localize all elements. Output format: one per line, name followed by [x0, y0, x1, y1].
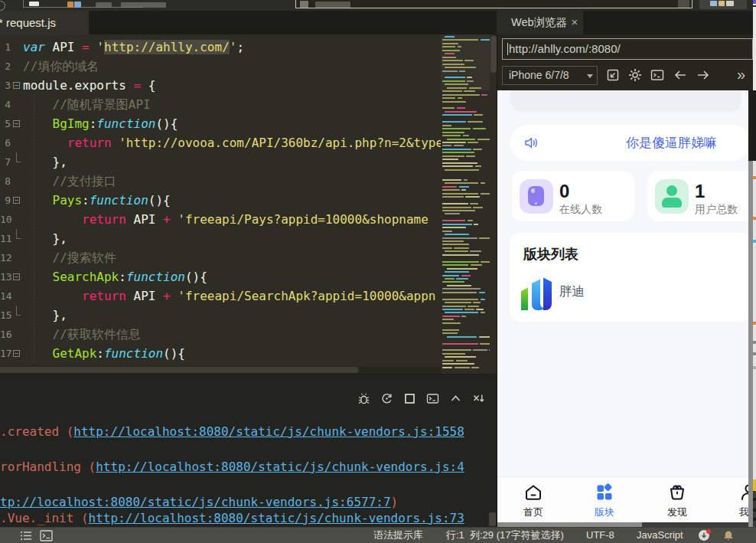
cursor-col-status[interactable]: 列:29 (17字符被选择): [470, 528, 564, 543]
button-text-fragment: [710, 1, 717, 6]
stop-icon[interactable]: [403, 392, 416, 405]
fold-end-marker: [16, 229, 21, 239]
minimap-line: [481, 182, 485, 184]
code-line-7[interactable]: 7 },: [0, 152, 441, 172]
console-link[interactable]: http://localhost:8080/static/js/chunk-ve…: [96, 460, 464, 474]
minimap-line: [473, 128, 486, 129]
minimap-line: [442, 203, 468, 204]
code-editor[interactable]: 1var API = 'http://ahlly.com/';2//填你的域名3…: [0, 34, 497, 374]
toolbar-text-fragment: [74, 2, 81, 8]
code-line-15[interactable]: 15 },: [0, 306, 441, 325]
code-line-17[interactable]: 17 GetApk:function(){: [0, 344, 441, 363]
fold-icon[interactable]: [13, 350, 20, 357]
minimap-line: [481, 261, 490, 263]
clear-scroll-icon[interactable]: [472, 392, 485, 405]
preview-button[interactable]: [699, 0, 747, 9]
debug-icon[interactable]: [357, 392, 370, 405]
line-number: 1: [0, 38, 11, 57]
open-new-window-icon[interactable]: [606, 68, 620, 82]
close-icon[interactable]: ×: [565, 11, 585, 34]
minimap-line: [481, 94, 487, 96]
tab-browser-label: Web浏览器: [511, 16, 567, 28]
code-text: module.exports = {: [23, 76, 155, 95]
minimap-line: [447, 139, 475, 140]
minimap-line: [442, 145, 451, 146]
collapse-icon[interactable]: [449, 392, 462, 405]
code-area[interactable]: 1var API = 'http://ahlly.com/';2//填你的域名3…: [0, 34, 441, 374]
phone-tab-1[interactable]: 首页: [507, 477, 560, 522]
code-line-4[interactable]: 4 //随机背景图API: [0, 95, 441, 114]
code-line-6[interactable]: 6 return 'http://ovooa.com/API/360bz/api…: [0, 133, 441, 152]
minimap-line: [479, 336, 490, 338]
language-status[interactable]: JavaScript: [637, 528, 683, 543]
syntax-lib-status[interactable]: 语法提示库: [373, 528, 423, 543]
fold-icon[interactable]: [13, 197, 20, 204]
minimap-line: [445, 234, 469, 235]
minimap-line: [467, 80, 473, 82]
minimap-line: [471, 264, 482, 266]
console-panel-icon[interactable]: [426, 392, 439, 405]
phone-tab-2[interactable]: 版块: [578, 477, 631, 522]
minimap[interactable]: [441, 34, 490, 374]
minimap-line: [442, 240, 464, 242]
back-icon[interactable]: [0, 1, 5, 11]
minimap-line: [447, 336, 477, 338]
terminal-icon[interactable]: [40, 530, 53, 541]
console-scrollbar[interactable]: [489, 512, 496, 526]
code-line-3[interactable]: 3module.exports = {: [0, 76, 441, 95]
fold-icon[interactable]: [13, 120, 20, 127]
code-line-5[interactable]: 5 BgImg:function(){: [0, 114, 441, 133]
cursor-line-status[interactable]: 行:1: [446, 528, 464, 543]
console-icon[interactable]: [650, 68, 664, 82]
code-line-12[interactable]: 12 //搜索软件: [0, 248, 441, 267]
minimap-line: [445, 250, 468, 252]
main-toolbar: [0, 0, 756, 11]
minimap-line: [454, 145, 464, 146]
console-link[interactable]: http://localhost:8080/static/js/chunk-ve…: [89, 511, 464, 525]
toolbar-search-input[interactable]: [295, 0, 692, 8]
board-logo[interactable]: [519, 276, 555, 312]
button-text-fragment: [726, 1, 734, 6]
tab-request-js[interactable]: * request.js: [0, 11, 89, 34]
search-dropdown-button[interactable]: [678, 0, 689, 8]
minimap-line: [459, 186, 469, 188]
minimap-line: [442, 64, 464, 65]
code-line-14[interactable]: 14 return API + 'freeapi/SearchApk?appid…: [0, 286, 441, 306]
code-line-2[interactable]: 2//填你的域名: [0, 57, 441, 76]
back-arrow-icon[interactable]: [673, 68, 687, 82]
minimap-line: [442, 332, 458, 334]
code-line-10[interactable]: 10 return API + 'freeapi/Pays?appid=1000…: [0, 210, 441, 229]
code-line-13[interactable]: 13 SearchApk:function(){: [0, 267, 441, 286]
restart-icon[interactable]: [380, 392, 393, 405]
console-link[interactable]: http://localhost:8080/static/js/chunk-ve…: [73, 424, 464, 439]
outline-list-icon[interactable]: [20, 531, 32, 541]
bell-icon[interactable]: [723, 530, 734, 541]
editor-horizontal-scrollbar[interactable]: [0, 367, 358, 373]
forward-arrow-icon[interactable]: [696, 68, 710, 82]
fold-icon[interactable]: [13, 273, 20, 280]
more-icon[interactable]: »: [737, 66, 745, 83]
debug-console[interactable]: .created (http://localhost:8080/static/j…: [0, 374, 497, 527]
code-line-8[interactable]: 8 //支付接口: [0, 172, 441, 191]
code-line-11[interactable]: 11 },: [0, 229, 441, 248]
notice-text[interactable]: 你是傻逼胖娣嘛: [497, 130, 717, 155]
minimap-line: [474, 224, 478, 225]
board-name[interactable]: 胖迪: [559, 283, 585, 300]
code-line-9[interactable]: 9 Pays:function(){: [0, 191, 441, 210]
code-line-1[interactable]: 1var API = 'http://ahlly.com/';: [0, 38, 441, 57]
code-line-16[interactable]: 16 //获取软件信息: [0, 325, 441, 344]
minimap-line: [442, 149, 471, 150]
fold-icon[interactable]: [13, 82, 20, 89]
editor-vertical-scrollbar[interactable]: [490, 36, 497, 73]
phone-tab-3[interactable]: 发现: [650, 477, 704, 522]
code-text: var API = 'http://ahlly.com/';: [23, 38, 244, 57]
phone-top-card: [510, 90, 741, 112]
encoding-status[interactable]: UTF-8: [586, 528, 614, 543]
console-line: tp://localhost:8080/static/js/chunk-vend…: [0, 494, 497, 511]
minimap-line: [442, 224, 472, 225]
sliver-speck: [753, 341, 756, 344]
console-link[interactable]: tp://localhost:8080/static/js/chunk-vend…: [0, 495, 391, 509]
file-icon[interactable]: [29, 2, 39, 6]
minimap-line: [466, 155, 475, 157]
gear-icon[interactable]: [628, 68, 642, 82]
